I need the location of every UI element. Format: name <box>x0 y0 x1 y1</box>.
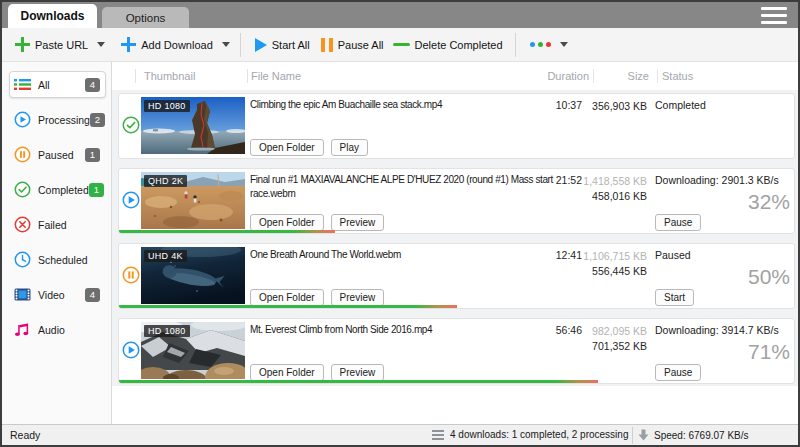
more-menu-button[interactable] <box>530 42 568 47</box>
sidebar-item-processing[interactable]: Processing 2 <box>9 106 106 133</box>
size-downloaded: 458,016 KB <box>518 189 647 204</box>
preview-button[interactable]: Preview <box>331 289 385 306</box>
start-all-label: Start All <box>272 39 310 51</box>
downloads-list-icon <box>432 430 444 440</box>
plus-icon <box>121 37 136 52</box>
progress-percent: 71% <box>748 340 790 364</box>
sidebar-item-completed[interactable]: Completed 1 <box>9 176 106 203</box>
add-download-button[interactable]: Add Download <box>121 37 230 52</box>
status-bar: Ready 4 downloads: 1 completed, 2 proces… <box>2 424 798 445</box>
start-all-button[interactable]: Start All <box>255 38 310 52</box>
menu-icon[interactable] <box>761 7 787 24</box>
status-text: Completed <box>655 99 706 111</box>
tab-bar: Downloads Options <box>2 2 798 28</box>
open-folder-button[interactable]: Open Folder <box>250 139 324 156</box>
list-all-icon <box>14 76 31 93</box>
pause-all-label: Pause All <box>338 39 384 51</box>
minus-icon <box>393 43 410 46</box>
paused-icon <box>122 266 140 284</box>
add-download-label: Add Download <box>141 39 213 51</box>
column-status: Status <box>662 70 693 82</box>
column-file-name: File Name <box>251 70 301 82</box>
open-folder-button[interactable]: Open Folder <box>250 289 324 306</box>
size-downloaded: 701,352 KB <box>518 339 647 354</box>
chevron-down-icon[interactable] <box>97 42 105 47</box>
sidebar-item-video[interactable]: Video 4 <box>9 281 106 308</box>
progress-bar <box>119 305 457 308</box>
pause-icon <box>321 38 333 52</box>
count-badge: 4 <box>85 78 100 92</box>
video-thumbnail: UHD 4K <box>141 247 245 304</box>
chevron-down-icon <box>560 42 568 47</box>
downloads-summary: 4 downloads: 1 completed, 2 processing <box>450 429 628 440</box>
pause-button[interactable]: Pause <box>655 364 701 381</box>
quality-tag: QHD 2K <box>144 175 187 187</box>
audio-icon <box>14 321 31 338</box>
sidebar-item-scheduled[interactable]: Scheduled <box>9 246 106 273</box>
sidebar-item-audio[interactable]: Audio <box>9 316 106 343</box>
count-badge: 1 <box>85 148 100 162</box>
delete-completed-button[interactable]: Delete Completed <box>393 39 503 51</box>
progress-bar <box>119 380 598 383</box>
count-badge: 1 <box>89 183 104 197</box>
start-button[interactable]: Start <box>655 289 694 306</box>
progress-percent: 50% <box>748 265 790 289</box>
open-folder-button[interactable]: Open Folder <box>250 214 324 231</box>
table-header: Thumbnail File Name Duration Size Status <box>112 62 798 90</box>
scheduled-icon <box>14 251 31 268</box>
download-row[interactable]: QHD 2K Final run #1 MAXIAVALANCHE ALPE D… <box>118 168 795 234</box>
sidebar-item-label: Completed <box>38 184 89 196</box>
chevron-down-icon[interactable] <box>222 42 230 47</box>
speed-text: Speed: 6769.07 KB/s <box>654 430 749 441</box>
pause-button[interactable]: Pause <box>655 214 701 231</box>
sidebar-item-label: Processing <box>38 114 90 126</box>
pause-all-button[interactable]: Pause All <box>321 38 384 52</box>
sidebar-item-all[interactable]: All 4 <box>9 71 106 98</box>
app-window: Downloads Options Paste URL Add Download… <box>0 0 800 447</box>
play-button[interactable]: Play <box>331 139 368 156</box>
video-thumbnail: QHD 2K <box>141 172 245 229</box>
video-thumbnail: HD 1080 <box>141 322 245 379</box>
preview-button[interactable]: Preview <box>331 364 385 381</box>
status-text: Downloading: 2901.3 KB/s <box>655 174 779 186</box>
downloading-icon <box>122 341 140 359</box>
processing-icon <box>14 111 31 128</box>
tab-downloads-label: Downloads <box>20 9 84 23</box>
sidebar-item-paused[interactable]: Paused 1 <box>9 141 106 168</box>
tab-options[interactable]: Options <box>102 7 189 28</box>
download-row[interactable]: UHD 4K One Breath Around The World.webm … <box>118 243 795 309</box>
plus-icon <box>15 37 30 52</box>
status-text: Paused <box>655 249 691 261</box>
column-size: Size <box>569 70 649 82</box>
video-thumbnail: HD 1080 <box>141 97 245 154</box>
count-badge: 4 <box>85 288 100 302</box>
downloading-icon <box>122 191 140 209</box>
progress-bar <box>119 230 335 233</box>
download-row[interactable]: HD 1080 Climbing the epic Am Buachaille … <box>118 93 795 159</box>
open-folder-button[interactable]: Open Folder <box>250 364 324 381</box>
quality-tag: HD 1080 <box>144 100 190 112</box>
status-ready: Ready <box>10 429 40 441</box>
toolbar: Paste URL Add Download Start All Pause A… <box>2 28 798 62</box>
speed-arrow-icon <box>638 429 649 441</box>
preview-button[interactable]: Preview <box>331 214 385 231</box>
sidebar-item-failed[interactable]: Failed <box>9 211 106 238</box>
paused-icon <box>14 146 31 163</box>
size-value: 356,903 KB <box>592 100 647 112</box>
sidebar-item-label: Failed <box>38 219 67 231</box>
sidebar-item-label: Scheduled <box>38 254 88 266</box>
sidebar-item-label: Audio <box>38 324 65 336</box>
tab-options-label: Options <box>126 12 166 24</box>
quality-tag: HD 1080 <box>144 325 190 337</box>
progress-percent: 32% <box>748 190 790 214</box>
downloads-list: Thumbnail File Name Duration Size Status <box>112 62 798 424</box>
download-row[interactable]: HD 1080 Mt. Everest Climb from North Sid… <box>118 318 795 384</box>
completed-icon <box>122 116 140 134</box>
tab-downloads[interactable]: Downloads <box>8 4 97 28</box>
paste-url-button[interactable]: Paste URL <box>15 37 105 52</box>
quality-tag: UHD 4K <box>144 250 187 262</box>
dots-icon <box>530 42 551 47</box>
sidebar: All 4 Processing 2 Paused 1 <box>2 62 112 424</box>
delete-completed-label: Delete Completed <box>415 39 503 51</box>
count-badge: 2 <box>90 113 105 127</box>
